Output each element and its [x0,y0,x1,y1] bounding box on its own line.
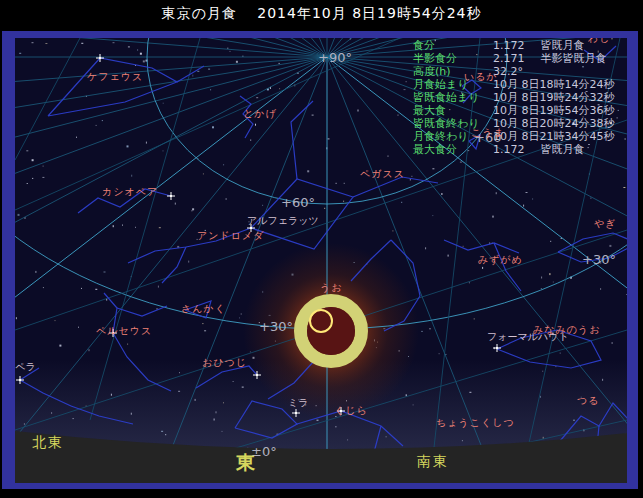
eclipse-info-row: 高度(h)32.2° [413,65,614,78]
eclipsed-moon[interactable] [301,301,362,362]
window-title: 東京の月食 2014年10月 8日19時54分24秒 [0,0,643,28]
eclipse-info-row: 月食始まり10月 8日18時14分24秒 [413,78,614,91]
eclipse-info-row: 皆既食始まり10月 8日19時24分32秒 [413,91,614,104]
eclipse-info-row: 食分1.172皆既月食 [413,39,614,52]
eclipse-info-panel: 食分1.172皆既月食半影食分2.171半影皆既月食高度(h)32.2°月食始ま… [413,39,614,156]
sky-map[interactable]: 食分1.172皆既月食半影食分2.171半影皆既月食高度(h)32.2°月食始ま… [15,38,627,483]
eclipse-info-row: 最大食分1.172皆既月食 [413,143,614,156]
eclipse-info-row: 月食終わり10月 8日21時34分45秒 [413,130,614,143]
app-window: 東京の月食 2014年10月 8日19時54分24秒 [0,0,643,498]
umbra-disc [307,307,355,355]
eclipse-info-row: 最大食10月 8日19時54分36秒 [413,104,614,117]
map-frame: 食分1.172皆既月食半影食分2.171半影皆既月食高度(h)32.2°月食始ま… [2,31,638,489]
eclipse-info-row: 半影食分2.171半影皆既月食 [413,52,614,65]
eclipse-info-row: 皆既食終わり10月 8日20時24分38秒 [413,117,614,130]
